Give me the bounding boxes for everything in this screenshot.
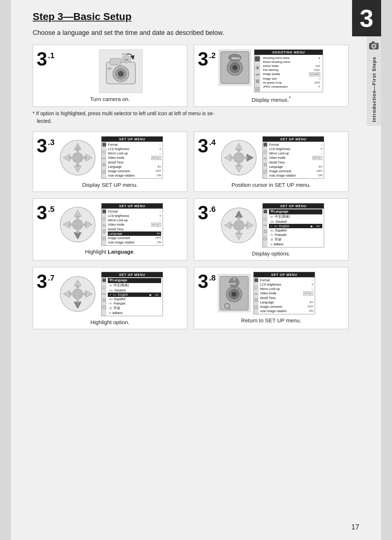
row-video-3-3: Video modeNTSC	[108, 156, 161, 160]
step-3-4-sup: .4	[209, 138, 216, 146]
shooting-menu-screen: SHOOTING MENU	[254, 49, 323, 92]
menu-icons-3-3: ✓	[102, 142, 106, 178]
svg-point-67	[76, 285, 79, 288]
step-3-7-caption: Highlight option.	[90, 319, 130, 325]
svg-point-39	[230, 156, 233, 159]
row-lang-3-3: LanguageEn	[108, 165, 161, 169]
camera-icon	[368, 40, 379, 51]
corner-tab-number: 3	[360, 6, 373, 31]
svg-point-69	[69, 293, 72, 295]
steps-row-4: 3 .7	[33, 267, 348, 329]
svg-text:MODE: MODE	[122, 53, 128, 55]
setup-menu-3-4-rows: Format-- LCD brightness0 Mirror Lock-up-…	[268, 142, 324, 178]
svg-point-27	[76, 149, 79, 152]
svg-rect-3	[372, 41, 375, 43]
setup-menu-3-3: SET UP MENU ✓	[101, 136, 163, 179]
dpad-3-5	[57, 203, 98, 245]
svg-point-29	[69, 156, 72, 159]
step-3-6: 3 .6	[194, 198, 348, 261]
steps-row-3: 3 .5	[33, 198, 348, 261]
step-3-8-caption: Return to SET UP menu.	[241, 317, 301, 323]
step-3-2-num: 3	[198, 49, 208, 68]
step-3-2-sup: .2	[209, 52, 216, 60]
corner-tab: 3	[352, 0, 381, 36]
step-3-7-num: 3	[37, 272, 47, 291]
step-3-5: 3 .5	[33, 198, 187, 261]
step-3-8-sup: .8	[209, 274, 216, 282]
step-3-4-caption: Position cursor in SET UP menu.	[232, 182, 311, 188]
menu-row-quality: Image qualityNORM	[262, 72, 321, 77]
menu-icons-3-8: ✓	[254, 277, 258, 314]
step-3-1-sup: .1	[48, 52, 54, 60]
svg-point-57	[237, 217, 240, 219]
menu-row-size: Image size□	[262, 77, 321, 81]
svg-point-49	[69, 223, 72, 226]
camera-enter-illustration: ? ENTER	[218, 274, 250, 312]
svg-text:MENU: MENU	[232, 57, 240, 60]
svg-point-9	[118, 71, 124, 77]
lang-menu-3-7-rows: 中Language 中中文(简体) DeDeutsch ✓EnEnglish▶O…	[106, 277, 163, 316]
menu-icons-3-5: ✓	[102, 209, 106, 245]
step-3-5-sup: .5	[48, 205, 54, 213]
svg-point-74	[232, 291, 237, 297]
menu-icon-sidebar: ✓	[254, 55, 260, 92]
svg-text:ON: ON	[107, 67, 111, 70]
menu-row-folder: Active folder100	[262, 64, 321, 68]
camera-menu-illustration: MENU	[219, 49, 251, 86]
dpad-3-6	[218, 205, 260, 246]
step-3-6-num: 3	[198, 203, 208, 222]
step-3-2: 3 .2	[194, 45, 348, 107]
step-3-5-caption: Highlight Language.	[85, 249, 135, 255]
setup-menu-3-5: SET UP MENU ✓	[101, 203, 163, 246]
svg-point-28	[76, 164, 79, 166]
step-3-1: 3 .1	[33, 45, 187, 107]
svg-point-40	[245, 156, 248, 159]
svg-point-38	[237, 164, 240, 166]
step-3-7-sup: .7	[48, 274, 54, 282]
svg-rect-4	[376, 44, 377, 45]
menu-row-naming: File NamingDSC	[262, 68, 321, 72]
menu-row-reset: Reset shooting menu--	[262, 60, 321, 64]
svg-text:ON: ON	[124, 59, 128, 61]
dpad-3-3	[57, 137, 98, 178]
menu-row-bank: Shooting menu bankA	[262, 56, 321, 60]
svg-point-68	[76, 300, 79, 303]
row-world-3-3: World Time	[108, 160, 161, 165]
main-content: Step 3—Basic Setup Choose a language and…	[11, 0, 367, 347]
svg-point-60	[245, 224, 248, 227]
page-number: 17	[351, 523, 359, 531]
dpad-svg-3-7	[60, 276, 96, 312]
step-3-4: 3 .4	[194, 132, 348, 192]
row-rotation-3-3: Auto image rotationON	[108, 173, 161, 178]
camera-enter-svg: ? ENTER	[218, 274, 250, 312]
row-lcd-3-3: LCD brightness0	[108, 147, 161, 151]
step-3-3-sup: .3	[48, 138, 54, 146]
svg-point-17	[232, 65, 237, 70]
step-3-8-num: 3	[198, 272, 208, 291]
svg-point-46	[73, 219, 83, 230]
page-title-text: Step 3—Basic Setup	[33, 11, 131, 22]
step-3-2-caption: Display menus.*	[252, 95, 291, 103]
step-3-4-num: 3	[198, 136, 208, 155]
side-tab-label: Introduction—First Steps	[371, 57, 377, 122]
row-comment-3-3: Image commentOFF	[108, 169, 161, 173]
setup-menu-3-4: SET UP MENU ✓	[262, 136, 324, 179]
menu-icons-3-6: ✓	[263, 209, 268, 247]
step-3-8: 3 .8	[194, 267, 348, 329]
lang-menu-3-7: SET UP MENU ✓	[101, 272, 163, 316]
dpad-svg-3-3	[60, 140, 96, 176]
svg-point-48	[76, 230, 79, 233]
step-3-5-num: 3	[37, 203, 47, 222]
menu-icons-3-4: ✓	[263, 142, 268, 178]
svg-point-30	[83, 156, 86, 159]
svg-point-36	[234, 153, 244, 163]
step-3-3-caption: Display SET UP menu.	[82, 182, 138, 188]
svg-point-66	[73, 289, 83, 299]
lang-menu-3-6: SET UP MENU ✓	[262, 203, 324, 247]
svg-point-47	[76, 216, 79, 219]
svg-point-59	[230, 224, 233, 227]
steps-row-1: 3 .1	[33, 45, 348, 107]
svg-text:?: ?	[233, 277, 236, 282]
svg-point-37	[237, 149, 240, 152]
step-3-6-caption: Display options.	[252, 250, 290, 257]
